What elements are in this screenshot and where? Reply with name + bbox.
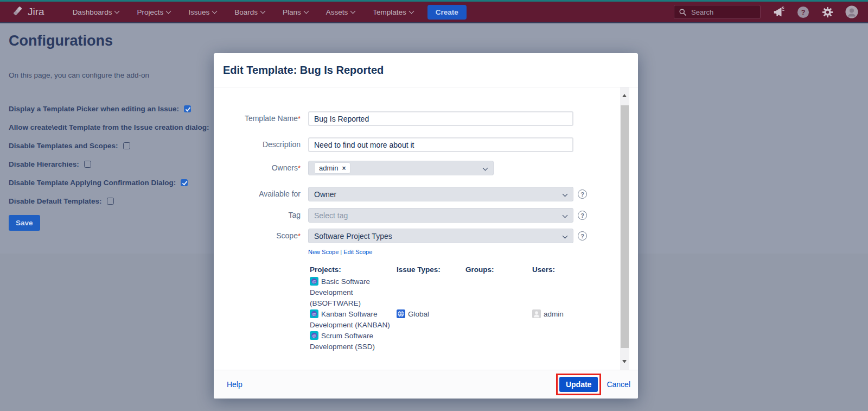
issue-types-column-header: Issue Types: <box>397 265 465 276</box>
chevron-down-icon <box>350 8 356 14</box>
brand-name: Jira <box>28 6 44 18</box>
tag-help-icon[interactable]: ? <box>578 211 587 220</box>
field-scope: Scope* Software Project Types ? <box>214 229 620 243</box>
chevron-down-icon <box>563 233 568 239</box>
config-options: Display a Template Picker when editing a… <box>9 103 221 214</box>
project-avatar-icon: @ <box>310 331 318 340</box>
scrollbar-thumb[interactable] <box>621 105 629 348</box>
edit-scope-link[interactable]: Edit Scope <box>343 249 372 255</box>
required-asterisk: * <box>298 115 301 123</box>
dialog-scrollbar[interactable] <box>620 87 629 370</box>
scope-select[interactable]: Software Project Types <box>308 229 573 243</box>
save-button[interactable]: Save <box>9 215 40 231</box>
settings-gear-icon[interactable] <box>821 5 834 18</box>
svg-text:@: @ <box>312 333 316 338</box>
user-avatar[interactable] <box>845 5 858 18</box>
scope-help-icon[interactable]: ? <box>578 231 587 241</box>
nav-item-templates[interactable]: Templates <box>373 8 413 16</box>
field-tag: Tag Select tag ? <box>214 208 620 223</box>
nav-item-issues[interactable]: Issues <box>188 8 216 16</box>
scope-links: New Scope|Edit Scope <box>308 249 620 256</box>
help-icon[interactable]: ? <box>796 5 809 18</box>
field-available-for: Available for Owner ? <box>214 187 620 201</box>
nav-item-projects[interactable]: Projects <box>137 8 170 16</box>
chevron-down-icon <box>483 166 488 171</box>
chevron-down-icon <box>212 8 218 14</box>
search-input[interactable] <box>691 8 754 16</box>
nav-item-assets[interactable]: Assets <box>326 8 355 16</box>
svg-text:@: @ <box>312 279 316 284</box>
feedback-megaphone-icon[interactable] <box>772 5 785 18</box>
checkbox-disable-templates-scopes[interactable] <box>123 142 130 149</box>
option-disable-hierarchies: Disable Hierarchies: <box>9 159 221 169</box>
new-scope-link[interactable]: New Scope <box>308 249 339 255</box>
nav-item-boards[interactable]: Boards <box>234 8 265 16</box>
users-column-header: Users: <box>532 265 614 276</box>
option-template-picker: Display a Template Picker when editing a… <box>9 103 221 114</box>
project-item: @ Basic Software Development (BSOFTWARE) <box>310 276 397 309</box>
svg-text:?: ? <box>801 9 805 16</box>
dialog-footer: Help Update Cancel <box>214 370 638 399</box>
checkbox-disable-hierarchies[interactable] <box>84 161 91 168</box>
nav-right-cluster: ? <box>674 5 858 19</box>
chevron-down-icon <box>563 213 568 218</box>
option-allow-create-edit: Allow create\edit Template from the Issu… <box>9 122 221 132</box>
description-input[interactable] <box>308 137 573 152</box>
jira-logo[interactable]: Jira <box>12 6 44 18</box>
chevron-down-icon <box>260 8 266 14</box>
main-menu: Dashboards Projects Issues Boards Plans … <box>73 8 413 16</box>
remove-owner-icon[interactable]: × <box>342 165 346 172</box>
nav-item-plans[interactable]: Plans <box>283 8 308 16</box>
search-box[interactable] <box>674 5 761 19</box>
field-description: Description <box>214 137 620 152</box>
chevron-down-icon <box>166 8 171 14</box>
chevron-down-icon <box>303 8 309 14</box>
edit-template-dialog: Edit Template: Bug Is Reported Template … <box>214 53 638 399</box>
issue-type-item: Global <box>397 309 465 331</box>
checkbox-disable-default-templates[interactable] <box>107 198 114 205</box>
groups-empty-cell <box>465 309 532 331</box>
globe-icon <box>397 309 405 318</box>
cancel-link[interactable]: Cancel <box>607 380 630 389</box>
preview-row: @ Kanban Software Development (KANBAN) G… <box>310 309 614 331</box>
page-subtitle: On this page, you can configure the add-… <box>9 71 149 79</box>
scope-preview-table: Projects: Issue Types: Groups: Users: @ … <box>310 265 614 352</box>
field-template-name: Template Name* <box>214 111 620 126</box>
owner-chip-admin[interactable]: admin × <box>314 162 350 174</box>
jira-logo-icon <box>12 6 24 18</box>
project-item: @ Kanban Software Development (KANBAN) <box>310 309 397 331</box>
available-for-select[interactable]: Owner <box>308 187 573 201</box>
update-highlight-annotation: Update <box>556 374 601 395</box>
dialog-header: Edit Template: Bug Is Reported <box>214 53 638 87</box>
preview-row: @ Basic Software Development (BSOFTWARE) <box>310 276 614 309</box>
checkbox-template-picker[interactable] <box>184 105 191 112</box>
projects-column-header: Projects: <box>310 265 397 276</box>
template-name-input[interactable] <box>308 111 573 126</box>
user-avatar-icon <box>532 309 541 318</box>
scrollbar-down-arrow[interactable] <box>622 360 627 363</box>
option-disable-confirmation-dialog: Disable Template Applying Confirmation D… <box>9 177 221 188</box>
svg-text:@: @ <box>312 312 316 317</box>
top-navbar: Jira Dashboards Projects Issues Boards P… <box>0 0 868 23</box>
user-item: admin <box>532 309 614 331</box>
owners-select[interactable]: admin × <box>308 161 494 175</box>
scrollbar-up-arrow[interactable] <box>622 94 627 97</box>
project-avatar-icon: @ <box>310 309 318 318</box>
dialog-body: Template Name* Description Owners* admin… <box>214 87 620 370</box>
preview-row: @ Scrum Software Development (SSD) <box>310 331 614 352</box>
required-asterisk: * <box>298 164 301 172</box>
create-button[interactable]: Create <box>427 5 467 20</box>
search-icon <box>679 8 687 16</box>
tag-select[interactable]: Select tag <box>308 208 573 223</box>
groups-column-header: Groups: <box>465 265 532 276</box>
required-asterisk: * <box>298 232 301 240</box>
option-disable-default-templates: Disable Default Templates: <box>9 195 221 206</box>
chevron-down-icon <box>114 8 120 14</box>
nav-item-dashboards[interactable]: Dashboards <box>73 8 119 16</box>
available-for-help-icon[interactable]: ? <box>578 189 587 199</box>
help-link[interactable]: Help <box>227 380 242 389</box>
field-owners: Owners* admin × <box>214 161 620 175</box>
checkbox-disable-confirmation-dialog[interactable] <box>181 179 188 186</box>
dialog-title: Edit Template: Bug Is Reported <box>223 64 384 77</box>
update-button[interactable]: Update <box>559 377 598 392</box>
